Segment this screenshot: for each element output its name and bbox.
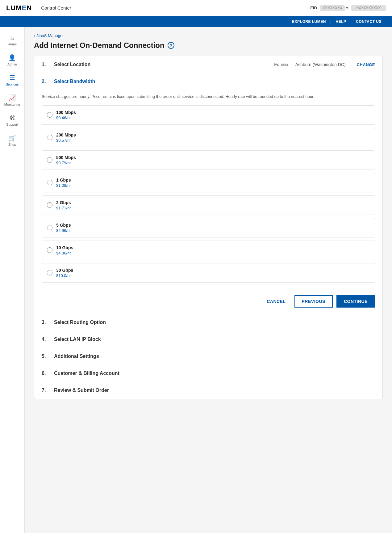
sidebar-item-services[interactable]: ☰ Services <box>0 70 24 90</box>
explore-lumen-link[interactable]: EXPLORE LUMEN <box>288 19 330 24</box>
breadcrumb-chevron: ‹ <box>34 34 35 38</box>
eid-dropdown[interactable]: XXXXXXXX ▾ <box>320 5 348 11</box>
bandwidth-price-2gbps: $1.71/hr <box>56 206 71 210</box>
step3-number: 3. <box>42 320 49 325</box>
shop-icon: 🛒 <box>8 135 16 141</box>
bandwidth-price-200mbps: $0.57/hr <box>56 138 76 143</box>
bandwidth-price-10gbps: $4.36/hr <box>56 251 73 255</box>
bandwidth-option-5gbps[interactable]: 5 Gbps $2.96/hr <box>42 218 375 237</box>
bandwidth-price-500mbps: $0.79/hr <box>56 161 76 165</box>
steps-container: 1. Select Location Equinix | Ashburn (Wa… <box>34 56 383 399</box>
bandwidth-speed-30gbps: 30 Gbps <box>56 268 73 273</box>
eid-label: EID <box>310 6 317 10</box>
step1-sublocation: Ashburn (Washington DC) <box>295 62 346 67</box>
step7-collapsed: 7. Review & Submit Order <box>34 382 382 399</box>
admin-icon: 👤 <box>8 55 16 61</box>
step3-collapsed: 3. Select Routing Option <box>34 314 382 331</box>
bandwidth-section: Service charges are hourly. Price remain… <box>34 87 382 289</box>
bandwidth-price-1gbps: $1.08/hr <box>56 183 71 188</box>
bandwidth-radio-10gbps[interactable] <box>47 247 52 253</box>
step1-location: Equinix | Ashburn (Washington DC) <box>274 62 345 67</box>
change-button[interactable]: CHANGE <box>357 62 375 67</box>
bandwidth-option-30gbps[interactable]: 30 Gbps $10.0/hr <box>42 263 375 283</box>
monitoring-icon: 📈 <box>8 95 16 101</box>
services-icon: ☰ <box>10 75 15 81</box>
step4-number: 4. <box>42 337 49 342</box>
user-value: XXXXXXXXXX <box>351 5 386 11</box>
bandwidth-options: 100 Mbps $0.46/hr 200 Mbps $0.57/hr <box>42 105 375 283</box>
bandwidth-details-5gbps: 5 Gbps $2.96/hr <box>56 223 71 233</box>
bandwidth-option-100mbps[interactable]: 100 Mbps $0.46/hr <box>42 105 375 125</box>
bandwidth-note: Service charges are hourly. Price remain… <box>42 94 375 100</box>
bandwidth-details-10gbps: 10 Gbps $4.36/hr <box>56 245 73 255</box>
step7-number: 7. <box>42 388 49 393</box>
eid-value: XXXXXXXX <box>320 5 345 11</box>
breadcrumb[interactable]: ‹ NaaS Manager <box>34 33 383 38</box>
step6-collapsed: 6. Customer & Billing Account <box>34 365 382 382</box>
bandwidth-radio-2gbps[interactable] <box>47 202 52 208</box>
bandwidth-speed-100mbps: 100 Mbps <box>56 110 76 115</box>
home-icon: ⌂ <box>10 35 14 41</box>
previous-button[interactable]: PREVIOUS <box>294 295 333 308</box>
bandwidth-price-5gbps: $2.96/hr <box>56 228 71 233</box>
step5-header: 5. Additional Settings <box>34 348 382 365</box>
bandwidth-option-1gbps[interactable]: 1 Gbps $1.08/hr <box>42 173 375 192</box>
step4-header: 4. Select LAN IP Block <box>34 331 382 348</box>
step2-title: Select Bandwidth <box>54 79 375 84</box>
top-nav: LUMEN Control Center EID XXXXXXXX ▾ XXXX… <box>0 0 392 16</box>
bandwidth-details-200mbps: 200 Mbps $0.57/hr <box>56 132 76 143</box>
step5-title: Additional Settings <box>54 354 375 359</box>
bandwidth-radio-30gbps[interactable] <box>47 270 52 275</box>
sidebar-item-admin[interactable]: 👤 Admin <box>0 50 24 70</box>
help-icon[interactable]: ? <box>168 42 174 49</box>
step4-title: Select LAN IP Block <box>54 337 375 342</box>
sidebar-item-shop[interactable]: 🛒 Shop <box>0 131 24 151</box>
sidebar-item-support[interactable]: 🛠 Support <box>0 111 24 131</box>
breadcrumb-label: NaaS Manager <box>37 33 64 38</box>
bandwidth-details-30gbps: 30 Gbps $10.0/hr <box>56 268 73 278</box>
continue-button[interactable]: CONTINUE <box>336 295 375 308</box>
help-link[interactable]: HELP <box>332 19 351 24</box>
bandwidth-radio-200mbps[interactable] <box>47 135 52 140</box>
cancel-button[interactable]: CANCEL <box>262 296 290 307</box>
bandwidth-speed-500mbps: 500 Mbps <box>56 155 76 160</box>
top-nav-right: EID XXXXXXXX ▾ XXXXXXXXXX <box>310 5 386 11</box>
bandwidth-option-10gbps[interactable]: 10 Gbps $4.36/hr <box>42 241 375 260</box>
bandwidth-details-500mbps: 500 Mbps $0.79/hr <box>56 155 76 165</box>
sidebar-label-admin: Admin <box>7 62 17 66</box>
bandwidth-price-100mbps: $0.46/hr <box>56 115 76 120</box>
bandwidth-radio-500mbps[interactable] <box>47 157 52 163</box>
blue-nav: EXPLORE LUMEN | HELP | CONTACT US <box>0 16 392 27</box>
step6-title: Customer & Billing Account <box>54 371 375 376</box>
step5-collapsed: 5. Additional Settings <box>34 348 382 365</box>
bandwidth-option-200mbps[interactable]: 200 Mbps $0.57/hr <box>42 128 375 147</box>
bandwidth-radio-1gbps[interactable] <box>47 180 52 185</box>
step1-location-name: Equinix <box>274 62 288 67</box>
bandwidth-radio-5gbps[interactable] <box>47 225 52 230</box>
step6-number: 6. <box>42 371 49 376</box>
contact-us-link[interactable]: CONTACT US <box>352 19 386 24</box>
page-title-text: Add Internet On-Demand Connection <box>34 41 165 50</box>
step7-title: Review & Submit Order <box>54 388 375 393</box>
step4-collapsed: 4. Select LAN IP Block <box>34 331 382 348</box>
sidebar-label-shop: Shop <box>8 143 16 146</box>
main-layout: ⌂ Home 👤 Admin ☰ Services 📈 Monitoring 🛠… <box>0 27 392 533</box>
step3-header: 3. Select Routing Option <box>34 314 382 331</box>
step2-number: 2. <box>42 79 49 84</box>
bandwidth-option-500mbps[interactable]: 500 Mbps $0.79/hr <box>42 150 375 170</box>
bandwidth-details-1gbps: 1 Gbps $1.08/hr <box>56 178 71 188</box>
step1-pipe: | <box>291 62 293 67</box>
step7-header: 7. Review & Submit Order <box>34 382 382 399</box>
step3-title: Select Routing Option <box>54 320 375 325</box>
sidebar-label-support: Support <box>6 123 18 126</box>
bandwidth-option-2gbps[interactable]: 2 Gbps $1.71/hr <box>42 195 375 215</box>
step1-header: 1. Select Location Equinix | Ashburn (Wa… <box>34 56 382 73</box>
sidebar-item-monitoring[interactable]: 📈 Monitoring <box>0 90 24 111</box>
sidebar: ⌂ Home 👤 Admin ☰ Services 📈 Monitoring 🛠… <box>0 27 25 533</box>
bandwidth-details-2gbps: 2 Gbps $1.71/hr <box>56 200 71 210</box>
page-title: Add Internet On-Demand Connection ? <box>34 41 383 50</box>
sidebar-item-home[interactable]: ⌂ Home <box>0 30 24 50</box>
support-icon: 🛠 <box>9 115 15 121</box>
bandwidth-radio-100mbps[interactable] <box>47 112 52 118</box>
step1-number: 1. <box>42 62 49 67</box>
